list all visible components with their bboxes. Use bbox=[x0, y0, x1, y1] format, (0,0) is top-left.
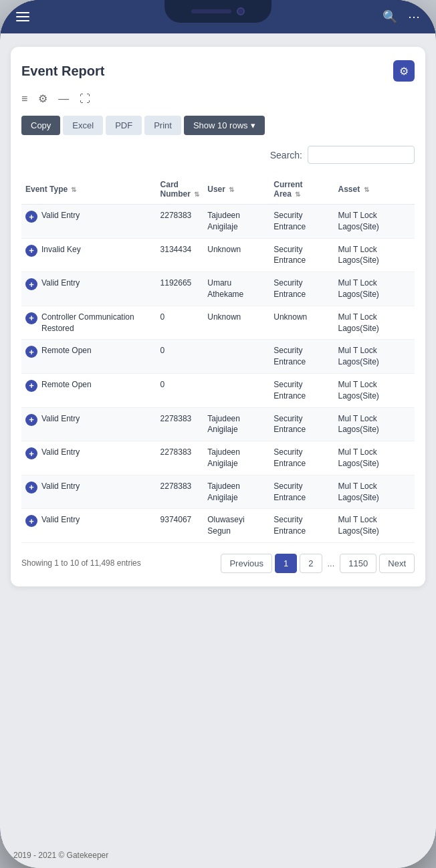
expand-icon[interactable]: ⛶ bbox=[80, 93, 90, 105]
phone-frame: 🔍 ⋯ Event Report ⚙ ≡ ⚙ — ⛶ bbox=[0, 0, 436, 868]
pdf-button[interactable]: PDF bbox=[106, 116, 142, 135]
status-bar: 🔍 ⋯ bbox=[0, 0, 436, 33]
sort-icon-user: ⇅ bbox=[229, 186, 234, 193]
footer-text: 2019 - 2021 © Gatekeeper bbox=[13, 851, 108, 860]
event-type-cell: Controller Communication Restored bbox=[21, 306, 156, 340]
table-header-row: Event Type ⇅ CardNumber ⇅ User ⇅ Current… bbox=[21, 175, 415, 205]
content-area: Event Report ⚙ ≡ ⚙ — ⛶ Copy Excel PDF Pr… bbox=[0, 33, 436, 843]
event-type-cell: Remote Open bbox=[21, 340, 156, 374]
search-icon[interactable]: 🔍 bbox=[383, 9, 397, 24]
asset-cell: Mul T Lock Lagos(Site) bbox=[334, 407, 415, 441]
event-type-text: Remote Open bbox=[41, 379, 92, 391]
table-row: Valid Entry9374067Oluwaseyi SegunSecurit… bbox=[21, 509, 415, 543]
hamburger-icon[interactable] bbox=[16, 12, 29, 21]
print-button[interactable]: Print bbox=[144, 116, 181, 135]
user-cell bbox=[203, 340, 269, 374]
search-label: Search: bbox=[270, 150, 302, 160]
show-rows-label: Show 10 rows bbox=[193, 120, 248, 130]
settings-button[interactable]: ⚙ bbox=[393, 60, 415, 82]
status-bar-left bbox=[16, 12, 29, 21]
event-status-icon bbox=[25, 278, 37, 290]
col-asset[interactable]: Asset ⇅ bbox=[334, 175, 415, 205]
col-card-number[interactable]: CardNumber ⇅ bbox=[156, 175, 204, 205]
notch-camera bbox=[237, 7, 245, 15]
asset-cell: Mul T Lock Lagos(Site) bbox=[334, 238, 415, 272]
card-number-cell: 9374067 bbox=[156, 509, 204, 543]
pagination-controls: Previous 1 2 ... 1150 Next bbox=[221, 554, 415, 573]
event-type-text: Valid Entry bbox=[41, 278, 80, 289]
current-area-cell: Security Entrance bbox=[269, 272, 334, 306]
table-row: Invalid Key3134434UnknownSecurity Entran… bbox=[21, 238, 415, 272]
event-status-icon bbox=[25, 481, 37, 494]
user-cell: Unknown bbox=[203, 306, 269, 340]
asset-cell: Mul T Lock Lagos(Site) bbox=[334, 340, 415, 374]
event-type-cell: Invalid Key bbox=[21, 238, 156, 272]
user-cell: Tajudeen Anigilaje bbox=[203, 441, 269, 475]
current-area-cell: Unknown bbox=[269, 306, 334, 340]
col-event-type[interactable]: Event Type ⇅ bbox=[21, 175, 156, 205]
event-type-text: Valid Entry bbox=[41, 210, 80, 221]
event-type-text: Invalid Key bbox=[41, 244, 81, 255]
event-status-icon bbox=[25, 245, 37, 257]
col-current-area[interactable]: CurrentArea ⇅ bbox=[269, 175, 334, 205]
footer: 2019 - 2021 © Gatekeeper bbox=[0, 843, 436, 868]
event-type-text: Valid Entry bbox=[41, 413, 80, 425]
page-1-button[interactable]: 1 bbox=[275, 554, 297, 573]
more-options-icon[interactable]: ⋯ bbox=[408, 9, 420, 24]
screen: Event Report ⚙ ≡ ⚙ — ⛶ Copy Excel PDF Pr… bbox=[0, 33, 436, 868]
event-report-card: Event Report ⚙ ≡ ⚙ — ⛶ Copy Excel PDF Pr… bbox=[11, 47, 425, 586]
notch-area bbox=[165, 0, 271, 23]
excel-button[interactable]: Excel bbox=[63, 116, 103, 135]
event-status-icon bbox=[25, 515, 37, 527]
event-type-text: Valid Entry bbox=[41, 514, 80, 526]
event-type-cell: Valid Entry bbox=[21, 407, 156, 441]
card-number-cell: 2278383 bbox=[156, 407, 204, 441]
notch-speaker bbox=[191, 9, 231, 13]
minus-icon[interactable]: — bbox=[58, 93, 69, 105]
event-type-cell: Remote Open bbox=[21, 373, 156, 407]
card-number-cell: 2278383 bbox=[156, 475, 204, 509]
table-row: Valid Entry2278383Tajudeen AnigilajeSecu… bbox=[21, 475, 415, 509]
card-number-cell: 3134434 bbox=[156, 238, 204, 272]
current-area-cell: Security Entrance bbox=[269, 205, 334, 239]
status-bar-right: 🔍 ⋯ bbox=[383, 9, 420, 24]
search-input[interactable] bbox=[308, 146, 415, 164]
table-row: Remote Open0Security EntranceMul T Lock … bbox=[21, 340, 415, 374]
table-row: Valid Entry2278383Tajudeen AnigilajeSecu… bbox=[21, 407, 415, 441]
search-row: Search: bbox=[21, 146, 415, 164]
pagination-row: Showing 1 to 10 of 11,498 entries Previo… bbox=[21, 554, 415, 573]
col-user[interactable]: User ⇅ bbox=[203, 175, 269, 205]
asset-cell: Mul T Lock Lagos(Site) bbox=[334, 205, 415, 239]
event-status-icon bbox=[25, 312, 37, 324]
current-area-cell: Security Entrance bbox=[269, 238, 334, 272]
table-row: Valid Entry2278383Tajudeen AnigilajeSecu… bbox=[21, 205, 415, 239]
current-area-cell: Security Entrance bbox=[269, 340, 334, 374]
next-button[interactable]: Next bbox=[379, 554, 415, 573]
event-type-cell: Valid Entry bbox=[21, 272, 156, 306]
settings-icon[interactable]: ⚙ bbox=[38, 92, 47, 105]
event-type-cell: Valid Entry bbox=[21, 475, 156, 509]
asset-cell: Mul T Lock Lagos(Site) bbox=[334, 509, 415, 543]
current-area-cell: Security Entrance bbox=[269, 441, 334, 475]
copy-button[interactable]: Copy bbox=[21, 116, 60, 135]
previous-button[interactable]: Previous bbox=[221, 554, 272, 573]
filter-icon[interactable]: ≡ bbox=[21, 93, 27, 105]
table-row: Remote Open0Security EntranceMul T Lock … bbox=[21, 373, 415, 407]
card-number-cell: 2278383 bbox=[156, 205, 204, 239]
asset-cell: Mul T Lock Lagos(Site) bbox=[334, 373, 415, 407]
last-page-button[interactable]: 1150 bbox=[340, 554, 376, 573]
sort-icon-event-type: ⇅ bbox=[71, 186, 76, 193]
card-number-cell: 1192665 bbox=[156, 272, 204, 306]
user-cell: Tajudeen Anigilaje bbox=[203, 475, 269, 509]
current-area-cell: Security Entrance bbox=[269, 475, 334, 509]
user-cell bbox=[203, 373, 269, 407]
event-status-icon bbox=[25, 346, 37, 358]
asset-cell: Mul T Lock Lagos(Site) bbox=[334, 441, 415, 475]
action-buttons: Copy Excel PDF Print Show 10 rows ▾ bbox=[21, 116, 415, 135]
page-2-button[interactable]: 2 bbox=[300, 554, 322, 573]
current-area-cell: Security Entrance bbox=[269, 373, 334, 407]
table-row: Valid Entry2278383Tajudeen AnigilajeSecu… bbox=[21, 441, 415, 475]
show-rows-button[interactable]: Show 10 rows ▾ bbox=[184, 116, 265, 135]
card-number-cell: 0 bbox=[156, 373, 204, 407]
page-ellipsis: ... bbox=[325, 554, 338, 572]
